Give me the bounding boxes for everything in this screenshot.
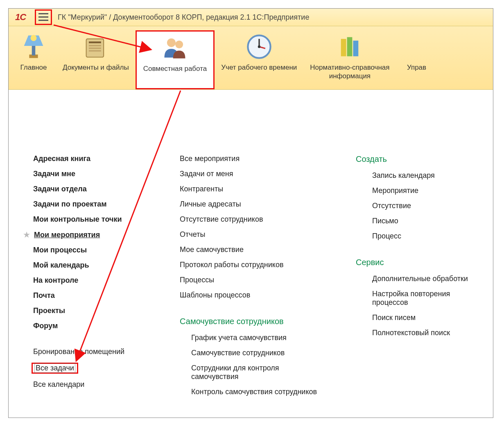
folder-icon — [82, 33, 110, 61]
group-title-service: Сервис — [356, 254, 481, 271]
nav-column-secondary: Все мероприятия Задачи от меня Контраген… — [180, 151, 323, 399]
section-label: Совместная работа — [143, 64, 207, 73]
section-main[interactable]: Главное — [11, 30, 56, 89]
nav-projects[interactable]: Проекты — [33, 303, 147, 318]
nav-forum[interactable]: Форум — [33, 318, 147, 334]
nav-column-primary: Адресная книга Задачи мне Задачи отдела … — [33, 151, 147, 399]
service-fulltext-search[interactable]: Полнотекстовый поиск — [356, 325, 481, 340]
app-window: 1C ГК "Меркурий" / Документооборот 8 КОР… — [8, 8, 493, 418]
nav-processes[interactable]: Процессы — [180, 272, 323, 288]
nav-my-processes[interactable]: Мои процессы — [33, 243, 147, 258]
create-process[interactable]: Процесс — [356, 229, 481, 244]
nav-wellbeing-control-employees[interactable]: Сотрудники для контроля самочувствия — [180, 361, 323, 384]
section-management-truncated[interactable]: Управ — [396, 30, 437, 89]
nav-my-checkpoints[interactable]: Мои контрольные точки — [33, 212, 147, 227]
nav-employee-absence[interactable]: Отсутствие сотрудников — [180, 212, 323, 227]
section-bar: Главное Документы и файлы Совместная раб… — [9, 26, 493, 90]
nav-all-events[interactable]: Все мероприятия — [180, 151, 323, 166]
nav-employee-work-log[interactable]: Протокол работы сотрудников — [180, 257, 323, 272]
nav-room-booking[interactable]: Бронирование помещений — [33, 344, 147, 359]
nav-column-actions: Создать Запись календаря Мероприятие Отс… — [356, 151, 481, 399]
logo-1c: 1C — [10, 12, 31, 23]
group-title-wellbeing: Самочувствие сотрудников — [180, 313, 323, 330]
lamp-icon — [20, 33, 47, 61]
create-letter[interactable]: Письмо — [356, 213, 481, 229]
service-process-repeat-settings[interactable]: Настройка повторения процессов — [356, 286, 481, 310]
create-absence[interactable]: Отсутствие — [356, 198, 481, 213]
nav-all-tasks[interactable]: Все задачи — [33, 359, 147, 377]
nav-department-tasks[interactable]: Задачи отдела — [33, 182, 147, 197]
create-event[interactable]: Мероприятие — [356, 183, 481, 198]
nav-all-calendars[interactable]: Все календари — [33, 377, 147, 392]
nav-wellbeing-control[interactable]: Контроль самочувствия сотрудников — [180, 384, 323, 399]
svg-rect-8 — [89, 45, 101, 46]
svg-rect-1 — [38, 16, 48, 18]
nav-personal-addressees[interactable]: Личные адресаты — [180, 197, 323, 212]
nav-my-wellbeing[interactable]: Мое самочувствие — [180, 242, 323, 257]
section-label: Учет рабочего времени — [221, 63, 297, 72]
svg-point-12 — [176, 41, 183, 48]
title-bar: 1C ГК "Меркурий" / Документооборот 8 КОР… — [9, 9, 493, 26]
section-time-tracking[interactable]: Учет рабочего времени — [215, 30, 303, 89]
books-icon — [336, 33, 364, 61]
nav-mail[interactable]: Почта — [33, 288, 147, 303]
people-icon — [161, 34, 189, 62]
section-label: Документы и файлы — [63, 63, 129, 72]
svg-point-5 — [31, 35, 37, 41]
nav-my-calendar[interactable]: Мой календарь — [33, 258, 147, 273]
svg-rect-17 — [341, 39, 346, 57]
svg-point-11 — [167, 39, 176, 47]
svg-rect-19 — [353, 41, 359, 56]
section-label: Управ — [407, 63, 426, 72]
section-collaboration[interactable]: Совместная работа — [136, 30, 215, 89]
svg-point-16 — [258, 45, 260, 48]
svg-rect-4 — [32, 45, 36, 56]
clock-icon — [245, 33, 273, 61]
burger-icon — [38, 13, 48, 21]
nav-my-events[interactable]: ★ Мои мероприятия — [33, 227, 147, 243]
section-label: Нормативно-справочная информация — [310, 63, 389, 81]
content-area: Адресная книга Задачи мне Задачи отдела … — [9, 90, 493, 412]
nav-wellbeing-schedule[interactable]: График учета самочувствия — [180, 330, 323, 345]
nav-tasks-from-me[interactable]: Задачи от меня — [180, 166, 323, 182]
svg-rect-0 — [38, 13, 48, 14]
service-extra-processing[interactable]: Дополнительные обработки — [356, 271, 481, 286]
section-documents[interactable]: Документы и файлы — [56, 30, 136, 89]
svg-rect-10 — [89, 50, 101, 52]
star-icon: ★ — [23, 230, 31, 239]
svg-rect-2 — [38, 20, 48, 21]
nav-wellbeing-employees[interactable]: Самочувствие сотрудников — [180, 345, 323, 361]
nav-project-tasks[interactable]: Задачи по проектам — [33, 197, 147, 212]
nav-address-book[interactable]: Адресная книга — [33, 151, 147, 166]
section-label: Главное — [20, 63, 47, 72]
main-menu-button[interactable] — [35, 9, 52, 25]
window-title: ГК "Меркурий" / Документооборот 8 КОРП, … — [58, 13, 309, 22]
nav-reports[interactable]: Отчеты — [180, 227, 323, 242]
create-calendar-entry[interactable]: Запись календаря — [356, 168, 481, 183]
svg-rect-7 — [89, 41, 101, 43]
nav-process-templates[interactable]: Шаблоны процессов — [180, 288, 323, 303]
section-reference-info[interactable]: Нормативно-справочная информация — [303, 30, 396, 89]
nav-on-control[interactable]: На контроле — [33, 273, 147, 288]
svg-rect-9 — [89, 48, 101, 49]
blank-icon — [403, 33, 431, 61]
group-title-create: Создать — [356, 151, 481, 168]
service-mail-search[interactable]: Поиск писем — [356, 310, 481, 325]
svg-rect-18 — [347, 37, 353, 57]
nav-contractors[interactable]: Контрагенты — [180, 182, 323, 197]
nav-tasks-to-me[interactable]: Задачи мне — [33, 166, 147, 182]
